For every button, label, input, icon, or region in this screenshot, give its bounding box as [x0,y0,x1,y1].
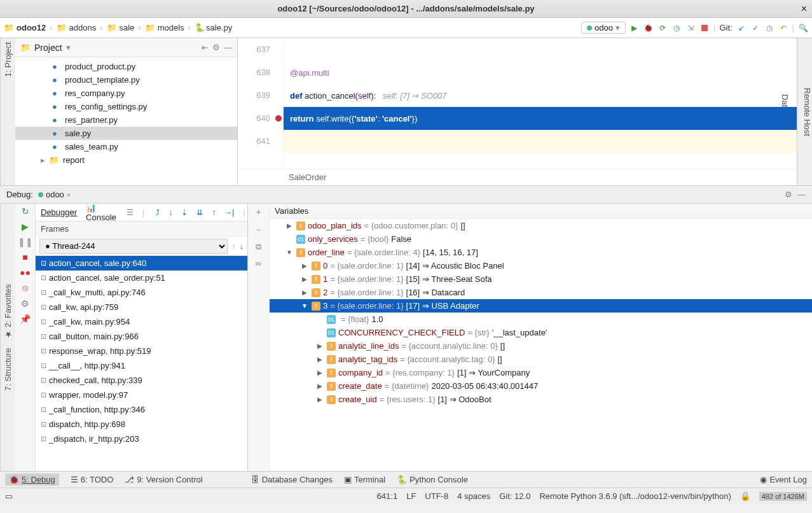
indent-info[interactable]: 4 spaces [457,491,490,501]
lock-icon[interactable]: 🔒 [740,491,750,501]
caret-position[interactable]: 641:1 [377,491,398,501]
run-config-selector[interactable]: odoo ▾ [581,22,626,34]
python-interpreter[interactable]: Remote Python 3.6.9 (sft.../odoo12-venv/… [539,491,731,501]
var-row[interactable]: 01 = {float} 1.0 [270,313,812,326]
force-step-icon[interactable]: ⇊ [196,208,203,217]
stack-frame[interactable]: ⊡ _call_function, http.py:346 [36,402,247,417]
close-icon[interactable]: × [801,3,807,15]
view-breakpoints-icon[interactable]: ●● [20,267,31,278]
stack-frame[interactable]: ⊡ action_cancel, sale_order.py:51 [36,271,247,285]
settings-icon[interactable]: ⚙ [21,299,29,309]
var-row[interactable]: ▶f 1 = {sale.order.line: 1} [15] ⇒ Three… [270,272,812,286]
run-icon[interactable]: ▶ [630,23,640,33]
search-icon[interactable]: 🔍 [798,23,808,33]
git-branch[interactable]: Git: 12.0 [499,491,530,501]
stack-frame[interactable]: ⊡ call_button, main.py:966 [36,329,247,344]
stack-frame[interactable]: ⊡ checked_call, http.py:339 [36,373,247,388]
profile-icon[interactable]: ◷ [671,23,682,33]
right-tool-tabs[interactable]: Remote Host Database [797,38,812,185]
tab-todo[interactable]: ☰ 6: TODO [71,475,114,484]
stack-frame[interactable]: ⊡ response_wrap, http.py:519 [36,344,247,358]
resume-icon[interactable]: ▶ [22,221,29,232]
var-row[interactable]: ▶f 2 = {sale.order.line: 1} [16] ⇒ Datac… [270,286,812,299]
var-row[interactable]: ▶f 0 = {sale.order.line: 1} [14] ⇒ Acous… [270,259,812,272]
var-row[interactable]: ▼f 3 = {sale.order.line: 1} [17] ⇒ USB A… [270,299,812,313]
var-row[interactable]: ▶f analytic_tag_ids = {account.analytic.… [270,353,812,366]
stack-frame[interactable]: ⊡ wrapper, model.py:97 [36,388,247,402]
stack-frame[interactable]: ⊡ action_cancel, sale.py:640 [36,256,247,271]
tab-event-log[interactable]: ◉ Event Log [760,475,807,484]
file-product_product-py[interactable]: ●product_product.py [15,60,237,73]
step-into-my-icon[interactable]: ⇣ [181,208,188,217]
stack-frame[interactable]: ⊡ dispatch, http.py:698 [36,417,247,432]
step-out-icon[interactable]: ↑ [212,208,216,217]
tab-db-changes[interactable]: 🗄 Database Changes [251,475,333,484]
git-history-icon[interactable]: ◷ [764,23,774,33]
stop-icon[interactable] [699,23,710,33]
code-editor[interactable]: 637638639640641 @api.multi def action_ca… [238,38,797,185]
debug-config[interactable]: odoo × [38,190,71,199]
var-row[interactable]: ▶f create_uid = {res.users: 1} [1] ⇒ Odo… [270,393,812,406]
stack-frame[interactable]: ⊡ call_kw, api.py:759 [36,300,247,314]
step-over-icon[interactable]: ⤴ [156,208,160,217]
breadcrumb[interactable]: 📁 odoo12 › 📁 addons › 📁 sale › 📁 models … [4,23,232,32]
var-row[interactable]: ▶f odoo_plan_ids = {odoo.customer.plan: … [270,219,812,232]
file-res_partner-py[interactable]: ●res_partner.py [15,113,237,127]
duplicate-icon[interactable]: ⧉ [256,242,261,252]
hide-icon[interactable]: — [224,43,232,52]
attach-icon[interactable]: ⇲ [685,23,696,33]
rerun-icon[interactable]: ↻ [22,206,29,216]
editor-breadcrumb[interactable]: SaleOrder [238,169,797,185]
project-tree[interactable]: ●product_product.py●product_template.py●… [15,57,237,185]
git-commit-icon[interactable]: ✓ [750,23,760,33]
ide-menu-icon[interactable]: ▭ [5,491,13,501]
remove-watch-icon[interactable]: － [254,224,263,235]
thread-selector[interactable]: ● Thread-244 [39,239,228,254]
file-res_config_settings-py[interactable]: ●res_config_settings.py [15,100,237,113]
stack-frames[interactable]: ⊡ action_cancel, sale.py:640⊡ action_can… [36,256,247,471]
file-sales_team-py[interactable]: ●sales_team.py [15,140,237,153]
run-to-cursor-icon[interactable]: →| [224,208,234,217]
mute-breakpoints-icon[interactable]: ⦸ [22,283,28,293]
file-res_company-py[interactable]: ●res_company.py [15,87,237,100]
coverage-icon[interactable]: ⟳ [657,23,668,33]
pin-icon[interactable]: 📌 [20,314,31,324]
stop-debug-icon[interactable]: ■ [22,252,27,262]
debug-hide-icon[interactable]: — [797,190,806,199]
stack-frame[interactable]: ⊡ __call__, http.py:941 [36,358,247,373]
next-frame-icon[interactable]: ↓ [240,241,244,251]
project-tool-tab[interactable]: 1: Project [0,38,15,185]
stack-frame[interactable]: ⊡ _call_kw, main.py:954 [36,314,247,329]
tab-debugger[interactable]: Debugger [39,206,78,218]
line-ending[interactable]: LF [406,491,416,501]
var-row[interactable]: 01 CONCURRENCY_CHECK_FIELD = {str} '__la… [270,326,812,339]
file-product_template-py[interactable]: ●product_template.py [15,73,237,87]
tab-terminal[interactable]: ▣ Terminal [344,475,385,484]
git-pull-icon[interactable]: ↙ [736,23,747,33]
debug-gear-icon[interactable]: ⚙ [785,190,792,199]
tab-console[interactable]: 📊 Console [85,202,118,223]
tab-vcs[interactable]: ⎇ 9: Version Control [125,475,202,484]
gear-icon[interactable]: ⚙ [212,43,220,52]
variables-tree[interactable]: ▶f odoo_plan_ids = {odoo.customer.plan: … [270,219,812,406]
var-row[interactable]: ▼f order_line = {sale.order.line: 4} [14… [270,246,812,259]
show-watches-icon[interactable]: ∞ [256,258,261,268]
file-sale-py[interactable]: ●sale.py [15,127,237,140]
layout-icon[interactable]: ☰ [127,208,134,217]
pause-icon[interactable]: ❚❚ [18,237,33,247]
collapse-icon[interactable]: ⇤ [202,43,209,52]
tab-debug[interactable]: 🐞 5: Debug [5,474,59,486]
step-into-icon[interactable]: ↓ [169,208,172,217]
debug-icon[interactable]: 🐞 [643,23,654,33]
var-row[interactable]: 01 only_services = {bool} False [270,232,812,246]
add-watch-icon[interactable]: ＋ [254,206,263,218]
left-tool-tabs[interactable]: 7: Structure ★ 2: Favorites [0,204,15,471]
var-row[interactable]: ▶f analytic_line_ids = {account.analytic… [270,339,812,353]
prev-frame-icon[interactable]: ↑ [231,241,236,251]
stack-frame[interactable]: ⊡ _dispatch, ir_http.py:203 [36,432,247,446]
var-row[interactable]: ▶f company_id = {res.company: 1} [1] ⇒ Y… [270,366,812,379]
var-row[interactable]: ▶f create_date = {datetime} 2020-03-05 0… [270,379,812,393]
git-revert-icon[interactable]: ↶ [778,23,788,33]
file-encoding[interactable]: UTF-8 [425,491,448,501]
memory-indicator[interactable]: 482 of 1426M [759,492,807,501]
